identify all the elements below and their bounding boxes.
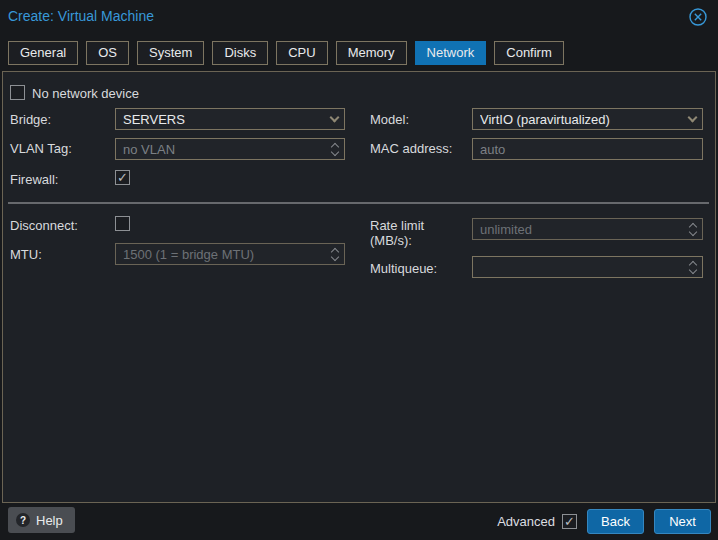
help-button-label: Help: [36, 513, 63, 528]
model-label: Model:: [370, 112, 409, 127]
no-network-device-label: No network device: [32, 86, 139, 101]
rate-limit-input[interactable]: [473, 219, 684, 239]
mtu-input[interactable]: [116, 244, 326, 264]
question-circle-icon: ?: [16, 513, 30, 527]
network-form-panel: [2, 71, 716, 503]
multiqueue-input[interactable]: [473, 257, 684, 277]
tab-os[interactable]: OS: [86, 41, 129, 65]
up-down-chevrons-icon[interactable]: [326, 139, 344, 159]
up-down-chevrons-icon[interactable]: [684, 257, 702, 277]
dialog-title: Create: Virtual Machine: [8, 8, 154, 24]
model-input[interactable]: [473, 109, 682, 129]
rate-limit-spinner[interactable]: [472, 218, 703, 240]
firewall-label: Firewall:: [10, 172, 58, 187]
rate-limit-label: Rate limit (MB/s):: [370, 218, 466, 248]
tab-disks[interactable]: Disks: [212, 41, 268, 65]
help-button[interactable]: ? Help: [8, 507, 75, 533]
advanced-section-divider: [8, 202, 709, 204]
create-vm-dialog: Create: Virtual Machine General OS Syste…: [0, 0, 718, 540]
disconnect-checkbox[interactable]: [115, 216, 130, 231]
disconnect-label: Disconnect:: [10, 218, 78, 233]
back-button[interactable]: Back: [587, 509, 644, 534]
mtu-label: MTU:: [10, 247, 42, 262]
advanced-label: Advanced: [497, 514, 555, 529]
advanced-checkbox[interactable]: [562, 514, 577, 529]
tab-confirm[interactable]: Confirm: [494, 41, 564, 65]
up-down-chevrons-icon[interactable]: [326, 244, 344, 264]
mtu-spinner[interactable]: [115, 243, 345, 265]
no-network-device-checkbox[interactable]: [10, 85, 25, 100]
tab-system[interactable]: System: [137, 41, 204, 65]
chevron-down-icon[interactable]: [324, 109, 344, 129]
dialog-footer: ? Help Advanced Back Next: [0, 504, 718, 540]
multiqueue-spinner[interactable]: [472, 256, 703, 278]
vlan-tag-input[interactable]: [116, 139, 326, 159]
bridge-combobox[interactable]: [115, 108, 345, 130]
next-button[interactable]: Next: [654, 509, 711, 534]
tab-network[interactable]: Network: [415, 41, 487, 65]
bridge-input[interactable]: [116, 109, 324, 129]
mac-address-input[interactable]: [473, 139, 702, 159]
close-icon[interactable]: [688, 7, 708, 27]
wizard-tab-bar: General OS System Disks CPU Memory Netwo…: [8, 41, 564, 65]
tab-cpu[interactable]: CPU: [276, 41, 327, 65]
multiqueue-label: Multiqueue:: [370, 261, 437, 276]
vlan-tag-spinner[interactable]: [115, 138, 345, 160]
mac-address-label: MAC address:: [370, 141, 452, 156]
vlan-tag-label: VLAN Tag:: [10, 141, 72, 156]
firewall-checkbox[interactable]: [115, 170, 130, 185]
up-down-chevrons-icon[interactable]: [684, 219, 702, 239]
tab-general[interactable]: General: [8, 41, 78, 65]
model-combobox[interactable]: [472, 108, 703, 130]
bridge-label: Bridge:: [10, 112, 51, 127]
mac-address-field[interactable]: [472, 138, 703, 160]
tab-memory[interactable]: Memory: [336, 41, 407, 65]
chevron-down-icon[interactable]: [682, 109, 702, 129]
